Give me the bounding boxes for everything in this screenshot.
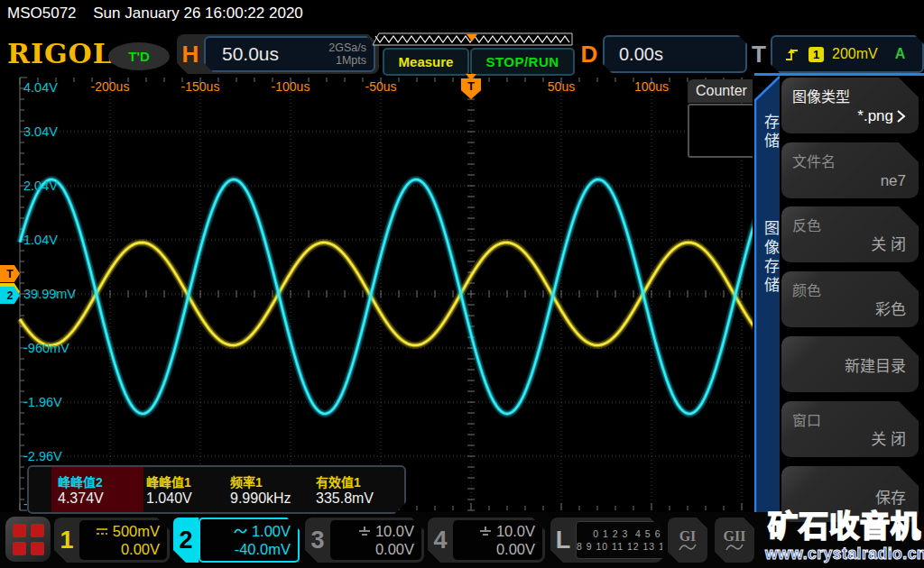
- time-tick-label: -150us: [181, 79, 220, 94]
- voltage-tick-label: 1.04V: [23, 233, 58, 247]
- menu-item-new-directory[interactable]: 新建目录: [781, 336, 919, 392]
- trigger-level: 200mV: [832, 46, 878, 62]
- measurement-value: 4.374V: [58, 490, 104, 507]
- trigger-box[interactable]: 1 200mV A: [771, 35, 924, 73]
- voltage-tick-label: -960mV: [23, 341, 69, 355]
- channel-offset: -40.0mV: [235, 540, 291, 558]
- menu-item-label: 文件名: [792, 150, 836, 171]
- timebase-box[interactable]: 50.0us 2GSa/s 1Mpts: [204, 36, 375, 72]
- measurement-value: 9.990kHz: [230, 490, 291, 507]
- delay-box[interactable]: 0.00s: [603, 35, 747, 73]
- menu-item-label: 颜色: [792, 279, 821, 300]
- measurement-value: 1.040V: [146, 490, 192, 507]
- channel-3-status[interactable]: 3 10.0V 0.00V: [305, 518, 424, 563]
- horizontal-settings[interactable]: H 50.0us 2GSa/s 1Mpts: [177, 34, 379, 74]
- channel-1-status[interactable]: 1 500mV 0.00V: [54, 518, 170, 563]
- channel-number: 3: [305, 518, 330, 563]
- time-tick-label: -50us: [365, 79, 396, 94]
- channel-scale: 1.00V: [252, 522, 291, 540]
- logic-channels-status[interactable]: L 0 1 2 3 4 5 6 7 8 9 10 11 12 13 14 15: [550, 518, 662, 563]
- voltage-tick-label: 39.99mV: [23, 287, 76, 301]
- menu-item-invert[interactable]: 反色 关 闭: [781, 206, 919, 262]
- delay-settings[interactable]: D 0.00s: [576, 36, 747, 72]
- oscilloscope-screen: MSO5072 Sun January 26 16:00:22 2020 RIG…: [0, 0, 924, 568]
- waveform-overview-bar[interactable]: [372, 32, 574, 47]
- watermark: 矿石收音机 www.crystalradio.cn: [765, 508, 924, 563]
- menu-grid-button[interactable]: [5, 517, 51, 562]
- measure-button[interactable]: Measure: [383, 48, 469, 76]
- generator-1-button[interactable]: GI: [668, 518, 707, 563]
- channel-2-status[interactable]: 2 1.00V -40.0mV: [173, 518, 300, 563]
- menu-item-value: 新建目录: [845, 353, 906, 376]
- gnd-coupling-icon: [479, 527, 492, 536]
- horizontal-label: H: [177, 41, 204, 69]
- trigger-mode: A: [895, 46, 906, 62]
- measurement-label: 峰峰值1: [146, 472, 191, 490]
- waveform-traces: [0, 76, 776, 512]
- voltage-tick-label: -2.96V: [23, 449, 62, 463]
- channel-offset: 0.00V: [375, 540, 414, 558]
- measurement-label: 有效值1: [316, 472, 361, 490]
- ch2-trace: [20, 179, 772, 414]
- gnd-coupling-icon: [358, 527, 371, 536]
- measurement-results-box: 峰峰值2 4.374V 峰峰值1 1.040V 频率1 9.990kHz 有效值…: [27, 465, 406, 514]
- red-square-icon: [13, 524, 26, 537]
- menu-item-image-type[interactable]: 图像类型 *.png: [781, 78, 919, 133]
- generator-label: GII: [724, 529, 746, 543]
- tab-image-storage[interactable]: 图像存储: [759, 220, 781, 296]
- ac-coupling-icon: [234, 527, 247, 536]
- storage-menu-panel: 存储 图像存储 图像类型 *.png 文件名 ne7 反色 关 闭 颜色 彩色 …: [753, 76, 924, 512]
- channel-number: 2: [173, 518, 199, 563]
- delay-value: 0.00s: [605, 44, 663, 65]
- model-name: MSO5072: [7, 5, 77, 22]
- sample-rate: 2GSa/s: [328, 41, 366, 54]
- channel-offset: 0.00V: [496, 540, 535, 558]
- time-tick-label: -200us: [91, 79, 130, 94]
- trigger-settings[interactable]: T 1 200mV A: [747, 36, 924, 72]
- time-tick-label: 50us: [548, 79, 575, 94]
- datetime: Sun January 26 16:00:22 2020: [93, 5, 303, 22]
- channel-scale: 500mV: [113, 522, 160, 540]
- measurement-label: 频率1: [230, 472, 263, 490]
- timebase-value: 50.0us: [206, 43, 328, 65]
- channel-number: 4: [428, 518, 453, 563]
- voltage-tick-label: -1.96V: [23, 395, 62, 409]
- generator-label: GI: [679, 529, 697, 543]
- trigger-status-badge: T'D: [108, 42, 170, 70]
- delay-label: D: [576, 41, 603, 69]
- channel-scale: 10.0V: [496, 522, 535, 540]
- menu-item-label: 窗口: [792, 408, 821, 430]
- tab-storage[interactable]: 存储: [759, 114, 781, 151]
- red-square-icon: [31, 524, 44, 537]
- generator-2-button[interactable]: GII: [715, 518, 754, 563]
- menu-item-file-name[interactable]: 文件名 ne7: [781, 142, 919, 198]
- trigger-source-badge: 1: [808, 47, 824, 62]
- acquisition-info: 2GSa/s 1Mpts: [328, 41, 374, 67]
- trigger-slope-icon: [785, 47, 800, 62]
- logic-label: L: [550, 518, 576, 563]
- watermark-title: 矿石收音机: [765, 508, 924, 545]
- watermark-url: www.crystalradio.cn: [765, 545, 924, 563]
- sine-wave-icon: [725, 543, 744, 552]
- channel-offset: 0.00V: [121, 540, 160, 558]
- channel-4-status[interactable]: 4 10.0V 0.00V: [428, 518, 545, 563]
- logic-channels-row1: 0 1 2 3 4 5 6 7: [593, 527, 670, 540]
- measurement-label: 峰峰值2: [58, 472, 103, 490]
- status-bar: MSO5072 Sun January 26 16:00:22 2020: [0, 0, 924, 31]
- sine-wave-icon: [679, 543, 697, 552]
- trigger-label: T: [747, 41, 771, 69]
- voltage-tick-label: 3.04V: [23, 124, 58, 139]
- menu-item-value: 彩色: [875, 297, 906, 319]
- stop-run-button[interactable]: STOP/RUN: [470, 48, 575, 76]
- dc-coupling-icon: [96, 527, 108, 536]
- time-tick-label: -100us: [272, 79, 310, 94]
- menu-item-label: 图像类型: [792, 85, 850, 106]
- menu-item-value: ne7: [881, 172, 906, 190]
- menu-item-value: 保存: [875, 485, 906, 508]
- menu-item-window[interactable]: 窗口 关 闭: [781, 401, 919, 457]
- sidebar-top-border: [754, 73, 924, 76]
- menu-item-value: 关 闭: [871, 232, 906, 254]
- menu-item-color[interactable]: 颜色 彩色: [781, 271, 919, 327]
- red-square-icon: [31, 542, 44, 555]
- voltage-tick-label: 4.04V: [23, 80, 58, 95]
